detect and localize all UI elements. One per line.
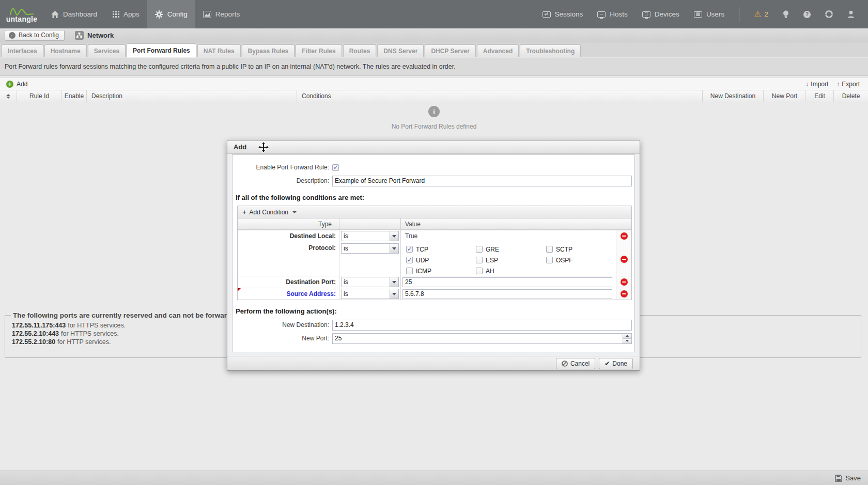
tab-interfaces[interactable]: Interfaces bbox=[2, 44, 43, 57]
operator-select[interactable]: is bbox=[341, 243, 399, 254]
alerts-indicator[interactable]: ⚠ 2 bbox=[754, 10, 768, 19]
protocol-checkbox-tcp[interactable] bbox=[406, 246, 413, 253]
dialog-header[interactable]: Add bbox=[227, 140, 640, 154]
notifications-bulb-button[interactable] bbox=[783, 10, 789, 19]
dialog-body: Enable Port Forward Rule: Description: I… bbox=[232, 154, 635, 352]
done-button-label: Done bbox=[612, 360, 627, 367]
operator-select[interactable]: is bbox=[341, 277, 399, 287]
tab-troubleshooting[interactable]: Troubleshooting bbox=[520, 44, 581, 57]
nav-item-label: Dashboard bbox=[63, 10, 97, 18]
support-button[interactable] bbox=[825, 10, 833, 18]
protocol-option-ospf: OSPF bbox=[546, 257, 573, 264]
tab-advanced[interactable]: Advanced bbox=[477, 44, 519, 57]
chevron-down-icon bbox=[392, 235, 396, 238]
home-icon bbox=[51, 11, 59, 18]
delete-condition-button[interactable] bbox=[621, 290, 628, 298]
tab-filter-rules[interactable]: Filter Rules bbox=[296, 44, 342, 57]
toolbar-right: ↓ Import ↑ Export bbox=[805, 81, 860, 88]
tab-bypass-rules[interactable]: Bypass Rules bbox=[242, 44, 295, 57]
add-condition-button[interactable]: + Add Condition bbox=[242, 208, 297, 216]
new-port-input[interactable] bbox=[332, 333, 632, 344]
protocol-checkbox-icmp[interactable] bbox=[406, 268, 413, 274]
network-tabs: Interfaces Hostname Services Port Forwar… bbox=[0, 42, 868, 57]
help-button[interactable]: ? bbox=[803, 11, 811, 18]
description-input[interactable] bbox=[332, 176, 632, 186]
gear-icon bbox=[155, 10, 163, 19]
tab-nat-rules[interactable]: NAT Rules bbox=[197, 44, 241, 57]
back-to-config-button[interactable]: ← Back to Config bbox=[5, 30, 65, 41]
conditions-toolbar: + Add Condition bbox=[238, 206, 631, 218]
tab-dns-server[interactable]: DNS Server bbox=[377, 44, 424, 57]
tab-routes[interactable]: Routes bbox=[343, 44, 377, 57]
select-trigger[interactable] bbox=[390, 231, 398, 241]
column-header-new-destination[interactable]: New Destination bbox=[703, 90, 764, 102]
tab-hostname[interactable]: Hostname bbox=[44, 44, 87, 57]
save-button[interactable]: Save bbox=[835, 474, 861, 482]
spinner-up-button[interactable] bbox=[623, 334, 631, 338]
tab-dhcp-server[interactable]: DHCP Server bbox=[425, 44, 475, 57]
conditions-header-row: Type Value bbox=[238, 218, 631, 230]
select-trigger[interactable] bbox=[390, 277, 398, 287]
tab-port-forward-rules[interactable]: Port Forward Rules bbox=[127, 43, 196, 57]
operator-select[interactable]: is bbox=[341, 231, 399, 241]
done-button[interactable]: ✔ Done bbox=[599, 358, 633, 369]
column-header-rule-id[interactable]: Rule Id bbox=[17, 90, 62, 102]
tab-services[interactable]: Services bbox=[88, 44, 126, 57]
source-address-input[interactable] bbox=[402, 289, 612, 299]
nav-item-label: Reports bbox=[215, 10, 240, 18]
protocol-checkbox-ospf[interactable] bbox=[546, 257, 553, 263]
number-spinner bbox=[623, 334, 631, 343]
protocol-option-gre: GRE bbox=[476, 246, 546, 253]
nav-item-reports[interactable]: Reports bbox=[195, 0, 247, 28]
nav-item-hosts[interactable]: ─ Hosts bbox=[597, 10, 628, 18]
column-header-enable[interactable]: Enable bbox=[62, 90, 87, 102]
spinner-down-button[interactable] bbox=[623, 338, 631, 343]
destination-port-input[interactable] bbox=[402, 277, 612, 287]
enable-rule-checkbox[interactable] bbox=[332, 164, 339, 171]
add-rule-button[interactable]: + Add bbox=[6, 81, 27, 88]
nav-item-apps[interactable]: Apps bbox=[105, 0, 147, 28]
protocol-label: OSPF bbox=[556, 257, 573, 264]
floppy-disk-icon bbox=[835, 475, 842, 482]
dialog-title: Add bbox=[234, 143, 246, 151]
column-header-new-port[interactable]: New Port bbox=[764, 90, 806, 102]
nav-item-dashboard[interactable]: Dashboard bbox=[43, 0, 105, 28]
protocol-checkbox-esp[interactable] bbox=[476, 257, 483, 263]
nav-item-config[interactable]: Config bbox=[147, 0, 195, 28]
import-button[interactable]: ↓ Import bbox=[805, 81, 828, 88]
column-header-description[interactable]: Description bbox=[87, 90, 297, 102]
nav-item-users[interactable]: ▦ Users bbox=[694, 10, 724, 18]
tab-description-text: Port Forward rules forward sessions matc… bbox=[5, 63, 456, 70]
protocol-checkbox-gre[interactable] bbox=[476, 246, 483, 253]
delete-condition-button[interactable] bbox=[621, 278, 628, 286]
rules-toolbar: + Add ↓ Import ↑ Export bbox=[0, 77, 868, 90]
nav-item-sessions[interactable]: ⇄ Sessions bbox=[542, 10, 583, 18]
hosts-monitor-icon: ─ bbox=[597, 11, 606, 18]
column-header-edit[interactable]: Edit bbox=[806, 90, 834, 102]
column-header-delete[interactable]: Delete bbox=[834, 90, 868, 102]
new-destination-input[interactable] bbox=[332, 320, 632, 331]
operator-selected-value: is bbox=[342, 245, 390, 252]
untangle-logo[interactable]: untangle bbox=[0, 0, 43, 28]
cancel-button[interactable]: Cancel bbox=[556, 358, 595, 369]
protocol-checkbox-ah[interactable] bbox=[476, 268, 483, 274]
protocol-checkbox-udp[interactable] bbox=[406, 257, 413, 263]
protocol-label: GRE bbox=[486, 246, 499, 253]
nav-item-devices[interactable]: □ Devices bbox=[642, 10, 679, 18]
select-trigger[interactable] bbox=[390, 289, 398, 299]
column-header-sort[interactable] bbox=[0, 90, 17, 102]
export-button[interactable]: ↑ Export bbox=[836, 81, 860, 88]
delete-condition-button[interactable] bbox=[621, 256, 628, 263]
select-trigger[interactable] bbox=[390, 244, 398, 253]
conditions-heading: If all of the following conditions are m… bbox=[236, 194, 634, 201]
protocol-checkbox-sctp[interactable] bbox=[546, 246, 553, 253]
protocol-label: ICMP bbox=[416, 268, 431, 275]
export-label: Export bbox=[842, 81, 860, 88]
delete-condition-button[interactable] bbox=[621, 232, 628, 240]
column-header-conditions[interactable]: Conditions bbox=[297, 90, 703, 102]
protocol-option-ah: AH bbox=[476, 268, 546, 275]
operator-select[interactable]: is bbox=[341, 289, 399, 299]
new-port-label: New Port: bbox=[233, 335, 332, 342]
back-arrow-icon: ← bbox=[9, 32, 16, 39]
account-button[interactable] bbox=[847, 10, 855, 18]
